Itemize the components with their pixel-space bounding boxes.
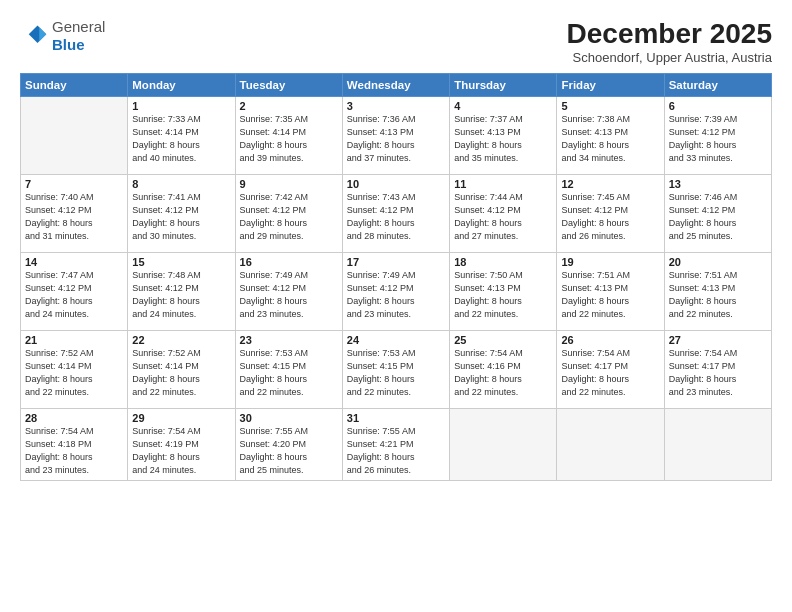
day-number: 13 xyxy=(669,178,767,190)
table-row: 26Sunrise: 7:54 AM Sunset: 4:17 PM Dayli… xyxy=(557,331,664,409)
day-info: Sunrise: 7:54 AM Sunset: 4:16 PM Dayligh… xyxy=(454,347,552,399)
col-friday: Friday xyxy=(557,74,664,97)
table-row: 11Sunrise: 7:44 AM Sunset: 4:12 PM Dayli… xyxy=(450,175,557,253)
table-row: 2Sunrise: 7:35 AM Sunset: 4:14 PM Daylig… xyxy=(235,97,342,175)
table-row: 15Sunrise: 7:48 AM Sunset: 4:12 PM Dayli… xyxy=(128,253,235,331)
day-info: Sunrise: 7:52 AM Sunset: 4:14 PM Dayligh… xyxy=(132,347,230,399)
title-block: December 2025 Schoendorf, Upper Austria,… xyxy=(567,18,772,65)
svg-marker-1 xyxy=(39,27,46,41)
day-info: Sunrise: 7:47 AM Sunset: 4:12 PM Dayligh… xyxy=(25,269,123,321)
day-info: Sunrise: 7:55 AM Sunset: 4:21 PM Dayligh… xyxy=(347,425,445,477)
day-info: Sunrise: 7:53 AM Sunset: 4:15 PM Dayligh… xyxy=(347,347,445,399)
page: General Blue December 2025 Schoendorf, U… xyxy=(0,0,792,612)
table-row: 28Sunrise: 7:54 AM Sunset: 4:18 PM Dayli… xyxy=(21,409,128,481)
calendar-subtitle: Schoendorf, Upper Austria, Austria xyxy=(567,50,772,65)
day-info: Sunrise: 7:46 AM Sunset: 4:12 PM Dayligh… xyxy=(669,191,767,243)
table-row: 22Sunrise: 7:52 AM Sunset: 4:14 PM Dayli… xyxy=(128,331,235,409)
day-number: 16 xyxy=(240,256,338,268)
day-info: Sunrise: 7:51 AM Sunset: 4:13 PM Dayligh… xyxy=(561,269,659,321)
table-row: 29Sunrise: 7:54 AM Sunset: 4:19 PM Dayli… xyxy=(128,409,235,481)
header-row: Sunday Monday Tuesday Wednesday Thursday… xyxy=(21,74,772,97)
day-info: Sunrise: 7:53 AM Sunset: 4:15 PM Dayligh… xyxy=(240,347,338,399)
table-row: 7Sunrise: 7:40 AM Sunset: 4:12 PM Daylig… xyxy=(21,175,128,253)
table-row: 18Sunrise: 7:50 AM Sunset: 4:13 PM Dayli… xyxy=(450,253,557,331)
table-row: 8Sunrise: 7:41 AM Sunset: 4:12 PM Daylig… xyxy=(128,175,235,253)
header: General Blue December 2025 Schoendorf, U… xyxy=(20,18,772,65)
day-number: 31 xyxy=(347,412,445,424)
calendar-title: December 2025 xyxy=(567,18,772,50)
day-number: 15 xyxy=(132,256,230,268)
day-info: Sunrise: 7:55 AM Sunset: 4:20 PM Dayligh… xyxy=(240,425,338,477)
table-row: 1Sunrise: 7:33 AM Sunset: 4:14 PM Daylig… xyxy=(128,97,235,175)
table-row: 10Sunrise: 7:43 AM Sunset: 4:12 PM Dayli… xyxy=(342,175,449,253)
table-row: 14Sunrise: 7:47 AM Sunset: 4:12 PM Dayli… xyxy=(21,253,128,331)
table-row: 27Sunrise: 7:54 AM Sunset: 4:17 PM Dayli… xyxy=(664,331,771,409)
calendar-table: Sunday Monday Tuesday Wednesday Thursday… xyxy=(20,73,772,481)
day-number: 21 xyxy=(25,334,123,346)
day-number: 6 xyxy=(669,100,767,112)
day-number: 20 xyxy=(669,256,767,268)
table-row xyxy=(664,409,771,481)
day-number: 29 xyxy=(132,412,230,424)
table-row: 24Sunrise: 7:53 AM Sunset: 4:15 PM Dayli… xyxy=(342,331,449,409)
logo-text: General Blue xyxy=(52,18,105,54)
day-info: Sunrise: 7:54 AM Sunset: 4:19 PM Dayligh… xyxy=(132,425,230,477)
day-info: Sunrise: 7:54 AM Sunset: 4:17 PM Dayligh… xyxy=(669,347,767,399)
col-thursday: Thursday xyxy=(450,74,557,97)
day-number: 2 xyxy=(240,100,338,112)
day-info: Sunrise: 7:38 AM Sunset: 4:13 PM Dayligh… xyxy=(561,113,659,165)
col-saturday: Saturday xyxy=(664,74,771,97)
day-info: Sunrise: 7:43 AM Sunset: 4:12 PM Dayligh… xyxy=(347,191,445,243)
day-info: Sunrise: 7:44 AM Sunset: 4:12 PM Dayligh… xyxy=(454,191,552,243)
day-number: 22 xyxy=(132,334,230,346)
day-number: 9 xyxy=(240,178,338,190)
table-row: 12Sunrise: 7:45 AM Sunset: 4:12 PM Dayli… xyxy=(557,175,664,253)
table-row xyxy=(21,97,128,175)
table-row: 21Sunrise: 7:52 AM Sunset: 4:14 PM Dayli… xyxy=(21,331,128,409)
day-number: 4 xyxy=(454,100,552,112)
table-row: 23Sunrise: 7:53 AM Sunset: 4:15 PM Dayli… xyxy=(235,331,342,409)
day-number: 24 xyxy=(347,334,445,346)
day-number: 12 xyxy=(561,178,659,190)
day-info: Sunrise: 7:48 AM Sunset: 4:12 PM Dayligh… xyxy=(132,269,230,321)
table-row: 19Sunrise: 7:51 AM Sunset: 4:13 PM Dayli… xyxy=(557,253,664,331)
day-info: Sunrise: 7:52 AM Sunset: 4:14 PM Dayligh… xyxy=(25,347,123,399)
table-row: 31Sunrise: 7:55 AM Sunset: 4:21 PM Dayli… xyxy=(342,409,449,481)
col-monday: Monday xyxy=(128,74,235,97)
day-info: Sunrise: 7:37 AM Sunset: 4:13 PM Dayligh… xyxy=(454,113,552,165)
day-number: 28 xyxy=(25,412,123,424)
table-row: 13Sunrise: 7:46 AM Sunset: 4:12 PM Dayli… xyxy=(664,175,771,253)
day-info: Sunrise: 7:54 AM Sunset: 4:18 PM Dayligh… xyxy=(25,425,123,477)
day-info: Sunrise: 7:40 AM Sunset: 4:12 PM Dayligh… xyxy=(25,191,123,243)
table-row: 9Sunrise: 7:42 AM Sunset: 4:12 PM Daylig… xyxy=(235,175,342,253)
day-number: 19 xyxy=(561,256,659,268)
day-number: 1 xyxy=(132,100,230,112)
day-number: 5 xyxy=(561,100,659,112)
day-number: 30 xyxy=(240,412,338,424)
day-number: 27 xyxy=(669,334,767,346)
table-row: 5Sunrise: 7:38 AM Sunset: 4:13 PM Daylig… xyxy=(557,97,664,175)
day-info: Sunrise: 7:45 AM Sunset: 4:12 PM Dayligh… xyxy=(561,191,659,243)
day-info: Sunrise: 7:51 AM Sunset: 4:13 PM Dayligh… xyxy=(669,269,767,321)
day-number: 23 xyxy=(240,334,338,346)
table-row: 3Sunrise: 7:36 AM Sunset: 4:13 PM Daylig… xyxy=(342,97,449,175)
day-info: Sunrise: 7:33 AM Sunset: 4:14 PM Dayligh… xyxy=(132,113,230,165)
table-row: 30Sunrise: 7:55 AM Sunset: 4:20 PM Dayli… xyxy=(235,409,342,481)
table-row xyxy=(450,409,557,481)
day-number: 7 xyxy=(25,178,123,190)
table-row xyxy=(557,409,664,481)
day-number: 25 xyxy=(454,334,552,346)
table-row: 20Sunrise: 7:51 AM Sunset: 4:13 PM Dayli… xyxy=(664,253,771,331)
day-info: Sunrise: 7:42 AM Sunset: 4:12 PM Dayligh… xyxy=(240,191,338,243)
logo-icon xyxy=(20,22,48,50)
col-tuesday: Tuesday xyxy=(235,74,342,97)
day-info: Sunrise: 7:36 AM Sunset: 4:13 PM Dayligh… xyxy=(347,113,445,165)
logo: General Blue xyxy=(20,18,105,54)
day-number: 17 xyxy=(347,256,445,268)
day-info: Sunrise: 7:39 AM Sunset: 4:12 PM Dayligh… xyxy=(669,113,767,165)
day-number: 14 xyxy=(25,256,123,268)
day-number: 11 xyxy=(454,178,552,190)
logo-blue: Blue xyxy=(52,36,85,53)
day-info: Sunrise: 7:49 AM Sunset: 4:12 PM Dayligh… xyxy=(347,269,445,321)
table-row: 17Sunrise: 7:49 AM Sunset: 4:12 PM Dayli… xyxy=(342,253,449,331)
